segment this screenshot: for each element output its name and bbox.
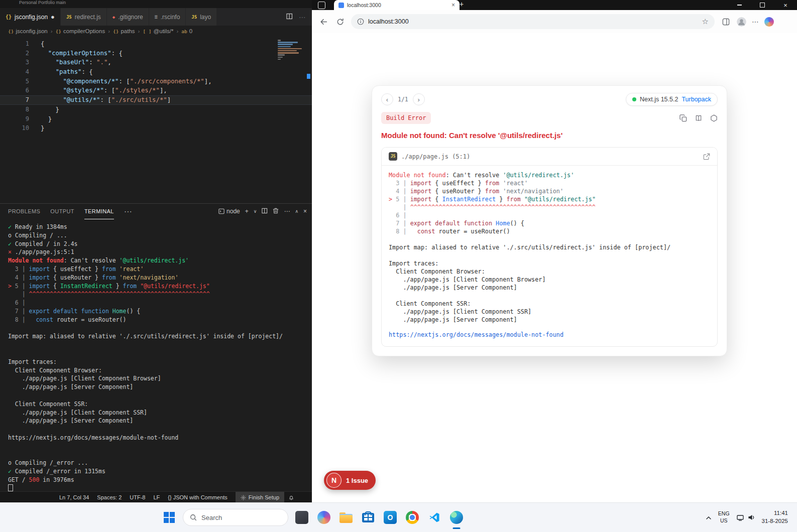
code-line-8[interactable]: 8 } xyxy=(0,105,312,114)
editor-tab-jsconfig.json[interactable]: {}jsconfig.json● xyxy=(0,8,61,26)
new-tab-icon[interactable]: + xyxy=(460,0,464,8)
editor-tab-.rscinfo[interactable]: ≡.rscinfo xyxy=(149,8,186,26)
window-controls: × xyxy=(728,0,797,10)
status-item[interactable]: UTF-8 xyxy=(130,494,145,500)
code-line-6[interactable]: 6 "@styles/*": ["./styles/*"], xyxy=(0,86,312,95)
more-actions-icon[interactable]: ⋯ xyxy=(299,13,306,21)
site-info-icon[interactable] xyxy=(357,18,364,25)
panel-more-actions-icon[interactable]: ⋯ xyxy=(284,208,290,215)
panel-more-icon[interactable]: ⋯ xyxy=(124,207,132,216)
split-screen-icon[interactable] xyxy=(720,16,731,27)
split-editor-icon[interactable] xyxy=(286,13,293,22)
code-line-2[interactable]: 2 "compilerOptions": { xyxy=(0,49,312,58)
minimize-icon[interactable] xyxy=(728,0,751,10)
panel-tab-output[interactable]: OUTPUT xyxy=(50,204,74,219)
code-line-9[interactable]: 9 } xyxy=(0,114,312,124)
finish-setup-button[interactable]: Finish Setup xyxy=(236,492,284,503)
code-editor[interactable]: 1{2 "compilerOptions": {3 "baseUrl": "."… xyxy=(0,37,312,206)
rscinfo-file-icon: ≡ xyxy=(155,14,158,20)
back-icon[interactable] xyxy=(318,16,329,27)
copy-error-icon[interactable] xyxy=(679,114,687,122)
code-line-10[interactable]: 10} xyxy=(0,123,312,133)
tab-actions-icon[interactable] xyxy=(318,2,325,9)
desktop: Personal Portfolio main {}jsconfig.json●… xyxy=(0,0,797,532)
close-icon[interactable]: × xyxy=(774,0,797,10)
panel-tab-problems[interactable]: PROBLEMS xyxy=(8,204,40,219)
editor-tab-redirect.js[interactable]: JSredirect.js xyxy=(61,8,107,26)
app-icon-copilot[interactable] xyxy=(315,509,332,526)
terminal-line xyxy=(8,425,312,434)
panel-tab-terminal[interactable]: TERMINAL xyxy=(84,204,114,219)
launch-profile-button[interactable]: node xyxy=(218,208,240,215)
line-number: 6 xyxy=(0,86,41,95)
breadcrumb-item-@utils/*[interactable]: [ ]@utils/* xyxy=(143,28,173,34)
code-line-7[interactable]: 7 "@utils/*": ["./src/utils/*"] xyxy=(0,95,312,105)
open-in-editor-icon[interactable] xyxy=(703,153,710,160)
code-line-4[interactable]: 4 "paths": { xyxy=(0,67,312,77)
maximize-icon[interactable] xyxy=(751,0,774,10)
app-icon-edge[interactable] xyxy=(448,509,465,526)
error-message: Module not found: Can't resolve '@utils/… xyxy=(381,131,718,140)
frame-line: 7 | export default function Home() { xyxy=(389,219,710,227)
bookmark-star-icon[interactable]: ☆ xyxy=(702,17,709,26)
code-line-3[interactable]: 3 "baseUrl": ".", xyxy=(0,58,312,67)
minimap[interactable] xyxy=(278,40,305,61)
app-icon-vscode[interactable] xyxy=(426,509,443,526)
breadcrumb-item-compilerOptions[interactable]: {}compilerOptions xyxy=(56,28,105,34)
language-indicator[interactable]: ENG US xyxy=(718,510,730,524)
profile-avatar[interactable] xyxy=(737,17,746,27)
app-icon-outlook[interactable]: O xyxy=(382,509,399,526)
status-item[interactable]: Spaces: 2 xyxy=(97,494,122,500)
symbol-icon: ab xyxy=(181,29,187,34)
status-item[interactable]: {} JSON with Comments xyxy=(168,494,227,500)
terminal-line: ./app/page.js [Client Component Browser] xyxy=(8,374,312,383)
app-icon-chrome[interactable] xyxy=(404,509,421,526)
code-line-5[interactable]: 5 "@components/*": ["./src/components/*"… xyxy=(0,77,312,86)
refresh-icon[interactable] xyxy=(334,16,346,27)
favicon xyxy=(338,3,344,8)
app-icon-snipping[interactable] xyxy=(293,509,310,526)
browser-tab[interactable]: localhost:3000 × xyxy=(334,0,460,10)
nextjs-issue-indicator[interactable]: N 1 Issue xyxy=(324,471,376,490)
terminal-line: Import map: aliased to relative './.src/… xyxy=(8,332,312,341)
terminal-output[interactable]: ✓ Ready in 1384mso Compiling / ...✓ Comp… xyxy=(0,219,312,492)
browser-menu-icon[interactable]: ⋯ xyxy=(752,18,759,26)
prev-error-button[interactable]: ‹ xyxy=(381,93,393,105)
taskbar-clock[interactable]: 11:41 31-8-2025 xyxy=(762,509,788,525)
breadcrumb-item-0[interactable]: ab0 xyxy=(181,28,192,34)
docs-book-icon[interactable] xyxy=(695,114,703,122)
split-terminal-icon[interactable] xyxy=(262,208,268,215)
breadcrumb-item-jsconfig.json[interactable]: {}jsconfig.json xyxy=(8,28,48,34)
breadcrumb-item-paths[interactable]: {}paths xyxy=(113,28,135,34)
hidden-icons-chevron[interactable] xyxy=(706,513,712,522)
frame-line: Client Component Browser: xyxy=(389,268,710,276)
start-button[interactable] xyxy=(161,509,178,526)
kill-terminal-icon[interactable] xyxy=(273,207,279,215)
app-icon-store[interactable] xyxy=(360,509,377,526)
notifications-bell-icon[interactable] xyxy=(288,494,294,501)
close-panel-icon[interactable]: × xyxy=(303,208,307,215)
taskbar-search[interactable]: Search xyxy=(183,509,288,526)
editor-tab-layo[interactable]: JSlayo xyxy=(186,8,217,26)
next-error-button[interactable]: › xyxy=(413,93,425,105)
code-line-1[interactable]: 1{ xyxy=(0,39,312,49)
editor-tab-.gitignore[interactable]: ◆.gitignore xyxy=(107,8,149,26)
terminal-dropdown-icon[interactable]: ∨ xyxy=(254,209,257,214)
status-item[interactable]: Ln 7, Col 34 xyxy=(59,494,89,500)
app-icon-file-explorer[interactable] xyxy=(337,509,355,526)
nextjs-version-pill[interactable]: Next.js 15.5.2 Turbopack xyxy=(626,93,718,106)
maximize-panel-icon[interactable]: ∧ xyxy=(295,209,298,214)
status-item[interactable]: LF xyxy=(153,494,160,500)
nodejs-hexagon-icon[interactable] xyxy=(710,114,718,122)
terminal-line: ./app/page.js [Server Component] xyxy=(8,417,312,425)
terminal-line: Client Component SSR: xyxy=(8,400,312,409)
new-terminal-icon[interactable]: + xyxy=(245,208,249,215)
docs-link[interactable]: https://nextjs.org/docs/messages/module-… xyxy=(389,331,563,339)
address-bar[interactable]: localhost:3000 ☆ xyxy=(351,14,715,29)
system-tray[interactable] xyxy=(736,514,755,521)
terminal-line: 7 | export default function Home() { xyxy=(8,307,312,316)
status-bar: Ln 7, Col 34Spaces: 2UTF-8LF{} JSON with… xyxy=(0,491,312,503)
tab-close-icon[interactable]: × xyxy=(451,2,455,9)
copilot-icon[interactable] xyxy=(764,17,774,27)
frame-line: 8 | const router = useRouter() xyxy=(389,227,710,235)
